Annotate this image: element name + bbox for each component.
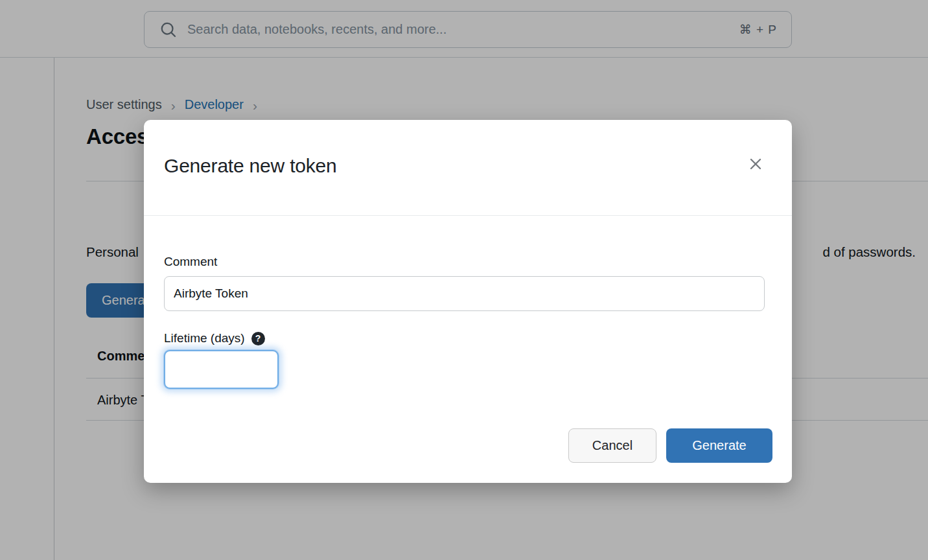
lifetime-input[interactable] (164, 350, 279, 389)
modal-title: Generate new token (164, 155, 772, 177)
lifetime-label-row: Lifetime (days) ? (164, 331, 765, 345)
modal-body: Comment Lifetime (days) ? (144, 216, 792, 389)
close-icon (748, 156, 763, 172)
comment-input[interactable] (164, 276, 765, 311)
cancel-button[interactable]: Cancel (568, 428, 656, 463)
comment-label: Comment (164, 255, 217, 268)
generate-button[interactable]: Generate (666, 428, 772, 463)
lifetime-label: Lifetime (days) (164, 331, 245, 345)
modal-footer: Cancel Generate (568, 428, 772, 463)
close-button[interactable] (745, 154, 766, 174)
help-icon[interactable]: ? (251, 332, 265, 345)
generate-token-modal: Generate new token Comment Lifetime (day… (144, 120, 792, 483)
modal-header: Generate new token (144, 120, 792, 216)
